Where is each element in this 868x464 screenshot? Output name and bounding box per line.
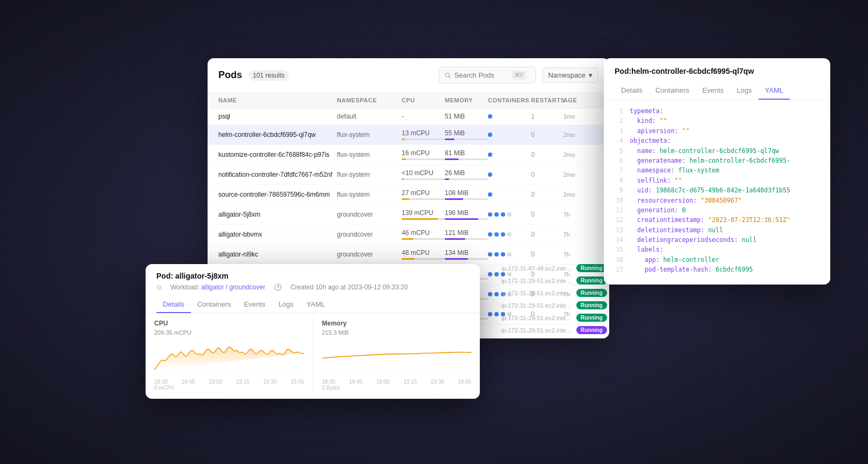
cell-name: alligator-bbvmx xyxy=(218,231,337,238)
container-dot xyxy=(494,252,499,257)
cell-age: 7h xyxy=(563,251,590,258)
pod-tab-events[interactable]: Events xyxy=(238,296,272,313)
cell-namespace: flux-system xyxy=(337,131,402,138)
col-memory: Memory xyxy=(445,97,488,103)
search-icon xyxy=(445,72,451,79)
cell-containers xyxy=(488,212,531,217)
status-row: ip-172-31-29-51.ec2.inte... Running xyxy=(501,289,607,297)
container-dot xyxy=(501,212,505,217)
cell-containers xyxy=(488,252,531,257)
pod-detail-header: Pod: alligator-5j8xm ⊙ Workload: alligat… xyxy=(146,264,480,313)
cell-restarts: 0 xyxy=(531,231,563,238)
status-list: ip-172-31-87-48.ec2.inte... Running ip-1… xyxy=(501,264,607,334)
running-badge: Running xyxy=(576,326,607,334)
container-dot xyxy=(488,312,492,316)
cell-memory: 26 MiB xyxy=(445,169,488,180)
tab-events[interactable]: Events xyxy=(696,82,731,100)
tab-logs[interactable]: Logs xyxy=(730,82,758,100)
yaml-line: 3 apiversion: "" xyxy=(612,126,822,136)
pods-header: Pods 101 results ⌘F Namespace ▾ xyxy=(208,58,609,93)
yaml-pod-title: Pod:helm-controller-6cbdcf6995-ql7qw xyxy=(615,67,819,75)
pod-detail-tabs: Details Containers Events Logs YAML xyxy=(156,296,469,313)
status-row: ip-172-31-29-51.ec2.inte... Running xyxy=(501,301,607,309)
container-dot xyxy=(494,212,499,217)
memory-max-value: 215.3 MiB xyxy=(322,329,471,336)
cell-memory: 108 MiB xyxy=(445,189,488,200)
namespace-dropdown[interactable]: Namespace ▾ xyxy=(542,67,598,83)
yaml-line: 9 uid: 19868c7c-d675-49b6-842e-1a640d3f1… xyxy=(612,185,822,195)
cell-containers xyxy=(488,113,531,120)
yaml-line: 10 resourceversion: "300450967" xyxy=(612,196,822,205)
workload-icon: ⊙ xyxy=(156,283,162,291)
cell-restarts: 0 xyxy=(531,191,563,198)
table-row[interactable]: notification-controller-7dfdfc7667-m52nf… xyxy=(208,165,609,185)
running-badge: Running xyxy=(576,289,607,297)
search-input[interactable] xyxy=(454,71,508,79)
col-restarts: Restarts xyxy=(531,97,563,103)
cell-cpu: 46 mCPU xyxy=(402,229,445,240)
tab-containers[interactable]: Containers xyxy=(649,82,696,100)
status-row: ip-172-31-29-51.ec2.inte... Running xyxy=(501,326,607,334)
yaml-line: 4 objectmeta: xyxy=(612,136,822,146)
container-dot xyxy=(494,292,499,296)
yaml-line: 14 deletiongraceperiodseconds: null xyxy=(612,235,822,245)
chevron-down-icon: ▾ xyxy=(589,71,593,79)
tab-yaml[interactable]: YAML xyxy=(759,82,790,100)
cell-memory: 81 MiB xyxy=(445,149,488,160)
table-row[interactable]: alligator-bbvmx groundcover 46 mCPU 121 … xyxy=(208,225,609,245)
pod-detail-panel: Pod: alligator-5j8xm ⊙ Workload: alligat… xyxy=(146,264,480,399)
cell-cpu: 139 mCPU xyxy=(402,209,445,220)
table-row[interactable]: alligator-5j8xm groundcover 139 mCPU 196… xyxy=(208,205,609,225)
table-row[interactable]: source-controller-786597596c-6m6mm flux-… xyxy=(208,185,609,205)
table-row[interactable]: alligator-nl9kc groundcover 48 mCPU 134 … xyxy=(208,245,609,265)
container-dot xyxy=(494,272,499,276)
table-row[interactable]: psql default - 51 MiB 1 1mo xyxy=(208,108,609,125)
cell-name: alligator-5j8xm xyxy=(218,211,337,218)
tab-details[interactable]: Details xyxy=(615,82,649,100)
cell-namespace: default xyxy=(337,113,402,120)
container-dot xyxy=(488,232,492,237)
cell-cpu: - xyxy=(402,113,445,120)
container-dots xyxy=(488,252,531,257)
status-ip: ip-172-31-87-48.ec2.inte... xyxy=(501,265,571,272)
status-ip: ip-172-31-29-51.ec2.inte... xyxy=(501,302,571,309)
cell-age: 2mo xyxy=(563,151,590,158)
cell-namespace: flux-system xyxy=(337,171,402,178)
workload-text: Workload: alligator / groundcover xyxy=(170,283,265,291)
table-row[interactable]: kustomize-controller-6c7688f84c-p97is fl… xyxy=(208,145,609,165)
status-ip: ip-172-31-29-51.ec2.inte... xyxy=(501,327,571,334)
pod-tab-containers[interactable]: Containers xyxy=(191,296,238,313)
cell-containers xyxy=(488,232,531,237)
container-dot xyxy=(488,252,492,257)
pod-tab-logs[interactable]: Logs xyxy=(272,296,300,313)
cell-memory: 51 MiB xyxy=(445,113,488,120)
container-dot xyxy=(494,232,499,237)
cell-restarts: 0 xyxy=(531,151,563,158)
pods-title: Pods xyxy=(218,70,242,81)
container-dot xyxy=(501,232,505,237)
cell-name: alligator-nl9kc xyxy=(218,251,337,258)
pods-search-box[interactable]: ⌘F xyxy=(439,67,536,84)
cpu-time-labels: 18:30 18:45 19:00 19:15 19:30 19:45 xyxy=(154,379,304,385)
cell-cpu: 13 mCPU xyxy=(402,129,445,140)
cell-restarts: 0 xyxy=(531,251,563,258)
status-row: ip-172-31-87-48.ec2.inte... Running xyxy=(501,264,607,272)
running-badge: Running xyxy=(576,301,607,309)
cell-restarts: 0 xyxy=(531,211,563,218)
cell-age: 2mo xyxy=(563,191,590,198)
col-name: Name xyxy=(218,97,337,103)
status-row: ip-172-31-29-51.ec2.inte... Running xyxy=(501,276,607,285)
cpu-chart xyxy=(154,338,304,376)
svg-line-1 xyxy=(449,76,450,78)
yaml-line: 5 name: helm-controller-6cbdcf6995-ql7qw xyxy=(612,146,822,156)
pod-tab-details[interactable]: Details xyxy=(156,296,191,313)
workload-link[interactable]: alligator / groundcover xyxy=(201,283,265,291)
status-row: ip-172-31-29-51.ec2.inte... Running xyxy=(501,314,607,322)
container-dot xyxy=(488,292,492,296)
cell-containers xyxy=(488,191,531,198)
pod-tab-yaml[interactable]: YAML xyxy=(300,296,332,313)
cell-restarts: 0 xyxy=(531,171,563,178)
table-row[interactable]: helm-controller-6cbdcf6995-ql7qw flux-sy… xyxy=(208,125,609,145)
yaml-line: 2 kind: "" xyxy=(612,116,822,126)
running-badge: Running xyxy=(576,314,607,322)
